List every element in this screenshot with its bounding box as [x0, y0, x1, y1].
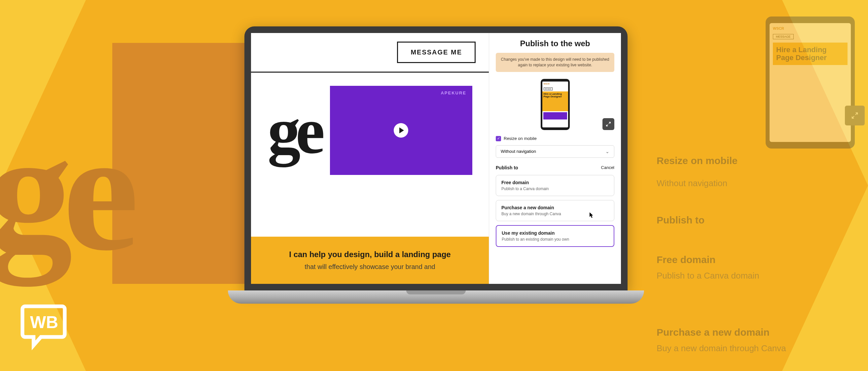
video-block[interactable]: APEKURE — [330, 86, 472, 175]
chevron-down-icon: ⌄ — [606, 149, 609, 154]
mobile-preview: WSCR MESSAGE Hire a Landing Page Designe… — [496, 77, 614, 130]
play-icon[interactable] — [394, 123, 408, 138]
option-purchase-domain[interactable]: Purchase a new domain Buy a new domain t… — [496, 200, 614, 221]
canvas-large-text: ge — [268, 93, 320, 168]
design-canvas: MESSAGE ME ge APEKURE I can help you des… — [251, 33, 489, 284]
video-brand-label: APEKURE — [441, 91, 466, 95]
canvas-header: MESSAGE ME — [251, 33, 489, 73]
cancel-button[interactable]: Cancel — [601, 165, 614, 170]
wb-logo: WB — [20, 298, 73, 351]
cursor-icon — [590, 212, 594, 218]
svg-text:WB: WB — [30, 313, 58, 332]
phone-preview-mockup: WSCR MESSAGE Hire a Landing Page Designe… — [541, 79, 570, 130]
checkbox-label: Resize on mobile — [504, 136, 537, 141]
checkbox-checked-icon[interactable]: ✓ — [496, 136, 501, 141]
bg-phone-mockup: WSCR MESSAGE Hire a Landing Page Designe… — [766, 16, 855, 148]
option-free-domain[interactable]: Free domain Publish to a Canva domain — [496, 175, 614, 196]
footer-title: I can help you design, build a landing p… — [271, 250, 469, 259]
panel-title: Publish to the web — [496, 39, 614, 48]
bg-large-text: ge — [0, 93, 129, 290]
option-subtitle: Publish to an existing domain you own — [502, 237, 609, 242]
message-me-button[interactable]: MESSAGE ME — [397, 42, 476, 63]
option-title: Free domain — [501, 180, 609, 185]
laptop-screen: MESSAGE ME ge APEKURE I can help you des… — [251, 33, 621, 284]
option-title: Use my existing domain — [502, 230, 609, 236]
resize-mobile-checkbox[interactable]: ✓ Resize on mobile — [496, 136, 614, 141]
bg-expand-icon — [845, 106, 865, 126]
expand-preview-button[interactable] — [602, 118, 614, 130]
option-title: Purchase a new domain — [501, 205, 609, 210]
publish-to-label: Publish to — [496, 165, 518, 170]
option-subtitle: Publish to a Canva domain — [501, 187, 609, 191]
laptop-mockup: MESSAGE ME ge APEKURE I can help you des… — [228, 26, 644, 317]
navigation-select[interactable]: Without navigation ⌄ — [496, 145, 614, 158]
option-existing-domain[interactable]: Use my existing domain Publish to an exi… — [496, 225, 614, 247]
select-value: Without navigation — [501, 149, 536, 154]
laptop-notch — [406, 291, 466, 295]
footer-subtitle: that will effectively showcase your bran… — [271, 263, 469, 271]
warning-message: Changes you've made to this design will … — [496, 53, 614, 72]
publish-panel: Publish to the web Changes you've made t… — [489, 33, 621, 284]
canvas-footer: I can help you design, build a landing p… — [251, 237, 489, 284]
